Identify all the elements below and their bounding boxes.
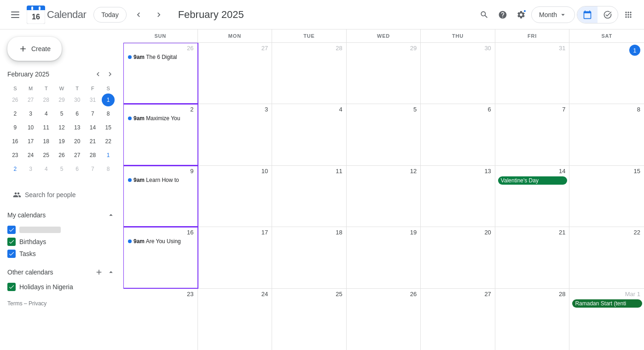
mini-day-10[interactable]: 10 xyxy=(24,121,37,134)
my-calendars-header[interactable]: My calendars xyxy=(7,206,116,224)
cell-feb12[interactable]: 12 xyxy=(347,166,421,227)
cell-feb26[interactable]: 26 xyxy=(347,289,421,350)
mini-day-9[interactable]: 9 xyxy=(9,121,22,134)
mini-day-22[interactable]: 22 xyxy=(102,135,115,148)
next-month-button[interactable] xyxy=(151,6,167,23)
my-calendar-item-2[interactable]: Tasks xyxy=(7,248,116,260)
cell-feb8[interactable]: 8 xyxy=(569,104,644,165)
help-button[interactable] xyxy=(494,6,511,23)
today-button[interactable]: Today xyxy=(93,7,126,23)
mini-day-15[interactable]: 15 xyxy=(102,121,115,134)
mini-day-11[interactable]: 11 xyxy=(40,121,52,134)
cell-feb14[interactable]: 14 Valentine's Day xyxy=(495,166,570,227)
cell-feb9[interactable]: 9 9am Learn How to xyxy=(123,166,198,227)
menu-button[interactable] xyxy=(7,8,23,22)
add-other-calendar-button[interactable] xyxy=(94,267,104,277)
create-button[interactable]: Create xyxy=(7,37,62,61)
event-the6digital[interactable]: 9am The 6 Digital xyxy=(126,53,196,61)
event-ramadan[interactable]: Ramadan Start (tenti xyxy=(572,299,642,308)
cell-feb2[interactable]: 2 9am Maximize You xyxy=(123,104,198,165)
cell-feb5[interactable]: 5 xyxy=(347,104,421,165)
mini-day-24[interactable]: 24 xyxy=(24,149,37,162)
cell-feb23[interactable]: 23 xyxy=(123,289,198,350)
mini-day-mar6[interactable]: 6 xyxy=(71,163,84,175)
cell-feb22[interactable]: 22 xyxy=(569,227,644,288)
cell-feb16[interactable]: 16 9am Are You Using xyxy=(123,227,198,288)
mini-day-jan26[interactable]: 26 xyxy=(9,93,22,106)
mini-day-20[interactable]: 20 xyxy=(71,135,84,148)
mini-cal-next-button[interactable] xyxy=(104,68,116,80)
mini-day-6[interactable]: 6 xyxy=(71,107,84,120)
cell-feb27[interactable]: 27 xyxy=(421,289,495,350)
cell-feb1[interactable]: 1 xyxy=(569,43,644,104)
mini-day-3[interactable]: 3 xyxy=(24,107,37,120)
prev-month-button[interactable] xyxy=(130,6,147,23)
calendar-view-button[interactable] xyxy=(577,6,598,23)
mini-day-4[interactable]: 4 xyxy=(40,107,52,120)
mini-day-23[interactable]: 23 xyxy=(9,149,22,162)
mini-day-jan27[interactable]: 27 xyxy=(24,93,37,106)
event-maximizeyou[interactable]: 9am Maximize You xyxy=(126,115,196,122)
mini-day-mar7[interactable]: 7 xyxy=(86,163,99,175)
cell-feb18[interactable]: 18 xyxy=(272,227,347,288)
settings-button[interactable] xyxy=(513,6,529,23)
cell-jan26[interactable]: 26 9am The 6 Digital xyxy=(123,43,198,104)
mini-day-7[interactable]: 7 xyxy=(86,107,99,120)
mini-day-jan30[interactable]: 30 xyxy=(71,93,84,106)
mini-day-13[interactable]: 13 xyxy=(71,121,84,134)
mini-day-mar1[interactable]: 1 xyxy=(102,149,115,162)
cell-jan31[interactable]: 31 xyxy=(495,43,570,104)
cell-feb25[interactable]: 25 xyxy=(272,289,347,350)
event-learnhowto[interactable]: 9am Learn How to xyxy=(126,176,196,184)
other-calendars-collapse-button[interactable] xyxy=(106,267,116,277)
cell-feb13[interactable]: 13 xyxy=(421,166,495,227)
view-selector[interactable]: Month xyxy=(531,6,575,23)
mini-day-17[interactable]: 17 xyxy=(24,135,37,148)
mini-day-mar4[interactable]: 4 xyxy=(40,163,52,175)
search-button[interactable] xyxy=(476,6,493,23)
calendar-checkbox-0[interactable] xyxy=(7,226,16,234)
cell-jan28[interactable]: 28 xyxy=(272,43,347,104)
mini-day-16[interactable]: 16 xyxy=(9,135,22,148)
mini-day-5[interactable]: 5 xyxy=(55,107,68,120)
event-areyouusing[interactable]: 9am Are You Using xyxy=(126,238,196,245)
privacy-link[interactable]: Privacy xyxy=(29,300,46,307)
my-calendars-collapse-button[interactable] xyxy=(106,210,116,220)
mini-day-mar2[interactable]: 2 xyxy=(9,163,22,175)
mini-day-12[interactable]: 12 xyxy=(55,121,68,134)
other-calendars-header[interactable]: Other calendars xyxy=(7,263,116,281)
cell-feb4[interactable]: 4 xyxy=(272,104,347,165)
mini-day-jan28[interactable]: 28 xyxy=(40,93,52,106)
cell-jan29[interactable]: 29 xyxy=(347,43,421,104)
mini-day-25[interactable]: 25 xyxy=(40,149,52,162)
cell-feb21[interactable]: 21 xyxy=(495,227,570,288)
calendar-checkbox-2[interactable] xyxy=(7,250,16,258)
cell-feb15[interactable]: 15 xyxy=(569,166,644,227)
mini-cal-prev-button[interactable] xyxy=(92,68,104,80)
cell-mar1[interactable]: Mar 1 Ramadan Start (tenti xyxy=(569,289,644,350)
cell-feb24[interactable]: 24 xyxy=(198,289,273,350)
mini-day-27[interactable]: 27 xyxy=(71,149,84,162)
mini-day-14[interactable]: 14 xyxy=(86,121,99,134)
my-calendar-item-1[interactable]: Birthdays xyxy=(7,236,116,248)
mini-day-19[interactable]: 19 xyxy=(55,135,68,148)
event-valentines[interactable]: Valentine's Day xyxy=(498,176,568,185)
cell-feb3[interactable]: 3 xyxy=(198,104,273,165)
other-calendar-checkbox-0[interactable] xyxy=(7,283,16,291)
terms-link[interactable]: Terms xyxy=(7,300,23,307)
mini-day-28[interactable]: 28 xyxy=(86,149,99,162)
cell-feb17[interactable]: 17 xyxy=(198,227,273,288)
mini-day-mar8[interactable]: 8 xyxy=(102,163,115,175)
mini-day-mar3[interactable]: 3 xyxy=(24,163,37,175)
other-calendar-item-0[interactable]: Holidays in Nigeria xyxy=(7,281,116,293)
mini-day-mar5[interactable]: 5 xyxy=(55,163,68,175)
mini-day-26[interactable]: 26 xyxy=(55,149,68,162)
cell-feb6[interactable]: 6 xyxy=(421,104,495,165)
tasks-view-button[interactable] xyxy=(598,6,618,23)
mini-day-8[interactable]: 8 xyxy=(102,107,115,120)
cell-feb20[interactable]: 20 xyxy=(421,227,495,288)
mini-day-jan31[interactable]: 31 xyxy=(86,93,99,106)
mini-day-21[interactable]: 21 xyxy=(86,135,99,148)
mini-day-18[interactable]: 18 xyxy=(40,135,52,148)
mini-day-2[interactable]: 2 xyxy=(9,107,22,120)
